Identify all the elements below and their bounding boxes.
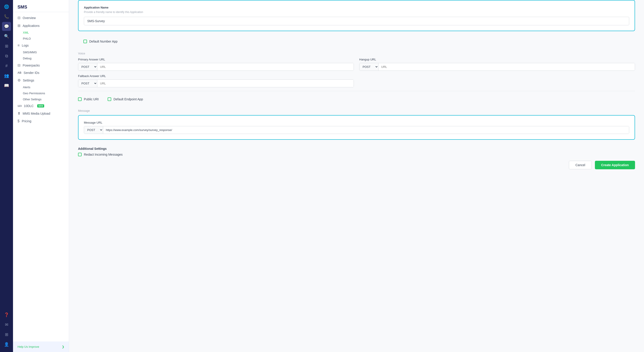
- sidebar-item-mmsmedia[interactable]: ⬆ MMS Media Upload: [13, 110, 69, 117]
- fallback-url-label: Fallback Answer URL: [78, 74, 354, 78]
- sidebar-sub-xml[interactable]: XML: [13, 29, 69, 36]
- fallback-url-method[interactable]: POST GET: [78, 80, 97, 87]
- sidebar-item-settings[interactable]: ⚙ Settings: [13, 76, 69, 84]
- logs-icon: ≡: [18, 43, 20, 47]
- phone-nav-icon[interactable]: 📞: [2, 12, 11, 21]
- voice-divider: [78, 91, 635, 91]
- message-url-label: Message URL: [84, 121, 629, 124]
- primary-answer-url-group: POST GET: [78, 63, 354, 71]
- sidebar-item-10dlc[interactable]: 123 10DLC NEW: [13, 102, 69, 110]
- overview-icon: ⊟: [18, 16, 20, 20]
- apps-nav-icon[interactable]: ⊞: [2, 330, 11, 339]
- default-number-label: Default Number App: [89, 40, 118, 43]
- sidebar-header: SMS: [13, 0, 69, 12]
- layers-nav-icon[interactable]: ⧉: [2, 51, 11, 60]
- default-number-checkbox[interactable]: [84, 40, 87, 43]
- public-uri-item: Public URI: [78, 97, 99, 101]
- powerpacks-icon: ⊟: [18, 63, 20, 67]
- user-nav-icon[interactable]: 👤: [2, 340, 11, 349]
- icon-bar: 🌐 📞 💬 🔍 ⊞ ⧉ # 👥 📖 ❓ ✉ ⊞ 👤: [0, 0, 13, 352]
- primary-answer-url-method[interactable]: POST GET: [78, 63, 97, 71]
- hangup-url-group: POST GET: [359, 63, 635, 71]
- public-uri-label: Public URI: [84, 97, 99, 101]
- sidebar-sub-debug[interactable]: Debug: [13, 55, 69, 61]
- cancel-button[interactable]: Cancel: [569, 161, 592, 169]
- contacts-nav-icon[interactable]: 👥: [2, 71, 11, 80]
- settings-icon: ⚙: [18, 78, 21, 82]
- redact-messages-label: Redact Incoming Messages: [84, 153, 123, 156]
- message-section: Message Message URL POST GET: [78, 105, 635, 140]
- mms-upload-icon: ⬆: [18, 111, 20, 116]
- additional-settings-section: Additional Settings Redact Incoming Mess…: [78, 143, 635, 156]
- public-uri-checkbox[interactable]: [78, 97, 82, 101]
- redact-messages-checkbox[interactable]: [78, 153, 82, 156]
- applications-icon: ⊞: [18, 23, 20, 28]
- book-nav-icon[interactable]: 📖: [2, 81, 11, 90]
- sidebar-item-pricing[interactable]: $ Pricing: [13, 117, 69, 125]
- fallback-url-group: POST GET: [78, 79, 354, 87]
- sidebar-sub-geopermissions[interactable]: Geo Permissions: [13, 90, 69, 96]
- fallback-url-wrapper: Fallback Answer URL POST GET: [78, 74, 356, 87]
- hangup-url-input[interactable]: [378, 63, 635, 71]
- sidebar-sub-smsmms[interactable]: SMS/MMS: [13, 49, 69, 55]
- sidebar: SMS ⊟ Overview ⊞ Applications XML PHLO ≡…: [13, 0, 69, 352]
- senderids-icon: AB: [18, 71, 21, 74]
- globe-nav-icon[interactable]: 🌐: [2, 2, 11, 11]
- help-us-improve-button[interactable]: Help Us Improve ❯: [13, 342, 69, 352]
- message-url-group: POST GET: [84, 126, 629, 134]
- hangup-url-label: Hangup URL: [359, 58, 635, 61]
- app-name-section: Application Name Provide a friendly name…: [78, 0, 635, 31]
- additional-settings-title: Additional Settings: [78, 143, 635, 153]
- redact-messages-item: Redact Incoming Messages: [78, 153, 635, 156]
- primary-answer-url-field: Primary Answer URL POST GET: [78, 58, 354, 71]
- message-section-label: Message: [78, 105, 635, 115]
- main-content: Application Name Provide a friendly name…: [69, 0, 644, 352]
- message-url-input[interactable]: [103, 126, 629, 134]
- form-footer: Cancel Create Application: [78, 156, 635, 172]
- sidebar-item-senderids[interactable]: AB Sender IDs: [13, 69, 69, 76]
- voice-section: Voice Primary Answer URL POST GET Hangup…: [78, 48, 635, 105]
- grid-nav-icon[interactable]: ⊞: [2, 42, 11, 51]
- voice-checkboxes: Public URI Default Endpoint App: [78, 95, 635, 104]
- sidebar-item-overview[interactable]: ⊟ Overview: [13, 14, 69, 22]
- message-url-method[interactable]: POST GET: [84, 126, 103, 134]
- hash-nav-icon[interactable]: #: [2, 61, 11, 70]
- sidebar-nav: ⊟ Overview ⊞ Applications XML PHLO ≡ Log…: [13, 12, 69, 127]
- primary-answer-url-input[interactable]: [97, 63, 354, 71]
- hangup-url-method[interactable]: POST GET: [360, 63, 378, 71]
- sms-nav-icon[interactable]: 💬: [2, 22, 11, 31]
- sidebar-sub-alerts[interactable]: Alerts: [13, 84, 69, 90]
- sidebar-sub-othersettings[interactable]: Other Settings: [13, 96, 69, 102]
- mail-nav-icon[interactable]: ✉: [2, 320, 11, 329]
- default-number-section: Default Number App: [78, 35, 635, 48]
- message-url-section: Message URL POST GET: [78, 115, 635, 140]
- app-name-title: Application Name: [84, 6, 629, 9]
- primary-hangup-row: Primary Answer URL POST GET Hangup URL P…: [78, 58, 635, 71]
- tendlc-icon: 123: [18, 105, 22, 107]
- default-endpoint-item: Default Endpoint App: [108, 97, 143, 101]
- new-badge: NEW: [37, 104, 44, 108]
- create-application-button[interactable]: Create Application: [595, 161, 635, 169]
- app-name-input[interactable]: [84, 17, 629, 25]
- support-nav-icon[interactable]: ❓: [2, 310, 11, 319]
- sidebar-item-powerpacks[interactable]: ⊟ Powerpacks: [13, 61, 69, 69]
- sidebar-sub-phlo[interactable]: PHLO: [13, 36, 69, 42]
- hangup-url-field: Hangup URL POST GET: [359, 58, 635, 71]
- search-nav-icon[interactable]: 🔍: [2, 32, 11, 41]
- chevron-right-icon: ❯: [62, 345, 64, 349]
- sidebar-item-logs[interactable]: ≡ Logs: [13, 42, 69, 49]
- fallback-url-input[interactable]: [97, 80, 354, 87]
- default-endpoint-label: Default Endpoint App: [114, 97, 143, 101]
- app-name-subtitle: Provide a friendly name to identify this…: [84, 10, 629, 14]
- default-endpoint-checkbox[interactable]: [108, 97, 111, 101]
- voice-label: Voice: [78, 48, 635, 58]
- primary-answer-url-label: Primary Answer URL: [78, 58, 354, 61]
- default-number-row: Default Number App: [84, 36, 630, 47]
- sidebar-item-applications[interactable]: ⊞ Applications: [13, 22, 69, 29]
- pricing-icon: $: [18, 119, 20, 123]
